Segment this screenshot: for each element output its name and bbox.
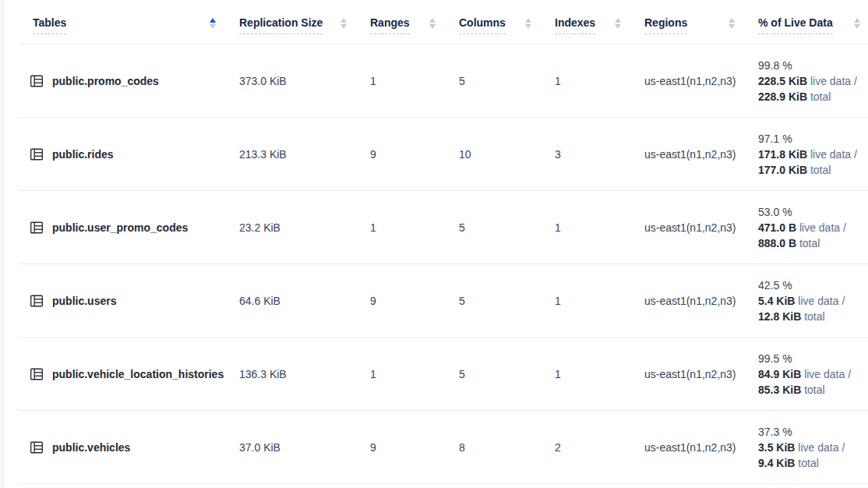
table-name-link[interactable]: public.vehicle_location_histories — [52, 368, 224, 380]
column-header-regions[interactable]: Regions — [644, 16, 758, 34]
live-data-cell: 37.3 % 3.5 KiB live data / 9.4 KiB total — [758, 413, 868, 482]
table-icon — [30, 74, 44, 88]
replication-size-cell: 23.2 KiB — [239, 221, 370, 234]
table-icon — [30, 147, 44, 161]
total-data-amount: 12.8 KiB total — [758, 309, 868, 324]
indexes-cell: 2 — [555, 441, 644, 454]
total-data-amount: 9.4 KiB total — [758, 455, 868, 471]
sort-icon — [854, 18, 860, 29]
columns-cell: 5 — [459, 295, 555, 307]
live-data-amount: 3.5 KiB live data / — [758, 440, 868, 455]
column-header-label: Ranges — [370, 16, 410, 34]
column-header-tables[interactable]: Tables — [19, 16, 239, 34]
indexes-cell: 3 — [555, 148, 644, 161]
column-header-ranges[interactable]: Ranges — [370, 16, 459, 34]
table-icon — [30, 294, 44, 308]
table-row: public.vehicles 37.0 KiB 9 8 2 us-east1(… — [19, 411, 868, 484]
ranges-cell: 9 — [370, 295, 459, 307]
ranges-cell: 9 — [370, 441, 459, 454]
regions-cell: us-east1(n1,n2,n3) — [644, 441, 758, 454]
ranges-cell: 1 — [370, 368, 459, 380]
table-row: public.vehicle_location_histories 136.3 … — [19, 338, 868, 411]
table-row: public.users 64.6 KiB 9 5 1 us-east1(n1,… — [19, 264, 868, 338]
columns-cell: 5 — [459, 75, 555, 87]
live-data-amount: 471.0 B live data / — [758, 220, 868, 235]
table-icon — [30, 367, 44, 381]
column-header-indexes[interactable]: Indexes — [555, 16, 644, 34]
sort-icon — [340, 18, 347, 29]
regions-cell: us-east1(n1,n2,n3) — [644, 148, 758, 161]
sort-icon — [525, 18, 531, 29]
regions-cell: us-east1(n1,n2,n3) — [644, 368, 758, 380]
table-row: public.promo_codes 373.0 KiB 1 5 1 us-ea… — [19, 44, 868, 118]
table-row: public.rides 213.3 KiB 9 10 3 us-east1(n… — [19, 118, 868, 191]
table-name-link[interactable]: public.vehicles — [52, 441, 130, 454]
regions-cell: us-east1(n1,n2,n3) — [644, 221, 758, 234]
live-data-percent: 99.8 % — [758, 58, 868, 73]
table-name-link[interactable]: public.user_promo_codes — [52, 221, 188, 234]
column-header-label: Regions — [644, 16, 687, 34]
sort-icon — [429, 18, 436, 29]
table-icon — [30, 221, 44, 235]
ranges-cell: 1 — [370, 75, 459, 87]
column-header-replication-size[interactable]: Replication Size — [239, 16, 370, 34]
table-row: public.user_promo_codes 23.2 KiB 1 5 1 u… — [19, 191, 868, 264]
live-data-percent: 99.5 % — [758, 351, 868, 366]
table-header-row: Tables Replication Size Ranges Columns I… — [19, 6, 868, 44]
column-header-label: Replication Size — [239, 16, 323, 34]
regions-cell: us-east1(n1,n2,n3) — [644, 295, 758, 307]
columns-cell: 5 — [459, 368, 555, 380]
replication-size-cell: 373.0 KiB — [239, 75, 370, 87]
replication-size-cell: 64.6 KiB — [239, 295, 370, 307]
live-data-percent: 97.1 % — [758, 131, 868, 147]
table-name-link[interactable]: public.rides — [52, 148, 114, 161]
columns-cell: 10 — [459, 148, 555, 161]
ranges-cell: 1 — [370, 221, 459, 234]
sort-icon — [210, 18, 216, 29]
column-header-columns[interactable]: Columns — [459, 16, 555, 34]
table-icon — [30, 440, 44, 454]
live-data-amount: 5.4 KiB live data / — [758, 293, 868, 309]
indexes-cell: 1 — [555, 295, 644, 307]
page-background-edge — [0, 0, 5, 488]
live-data-cell: 97.1 % 171.8 KiB live data / 177.0 KiB t… — [758, 120, 868, 189]
live-data-cell: 42.5 % 5.4 KiB live data / 12.8 KiB tota… — [758, 267, 868, 335]
replication-size-cell: 136.3 KiB — [239, 368, 370, 380]
column-header-label: % of Live Data — [758, 16, 833, 34]
indexes-cell: 1 — [555, 75, 644, 87]
indexes-cell: 1 — [555, 368, 644, 380]
column-header-label: Tables — [33, 16, 66, 34]
total-data-amount: 888.0 B total — [758, 235, 868, 251]
live-data-percent: 42.5 % — [758, 278, 868, 293]
total-data-amount: 177.0 KiB total — [758, 162, 868, 178]
table-name-link[interactable]: public.users — [52, 295, 116, 307]
live-data-amount: 228.5 KiB live data / — [758, 73, 868, 89]
total-data-amount: 228.9 KiB total — [758, 89, 868, 104]
indexes-cell: 1 — [555, 221, 644, 234]
live-data-cell: 99.8 % 228.5 KiB live data / 228.9 KiB t… — [758, 47, 868, 115]
columns-cell: 8 — [459, 441, 555, 454]
replication-size-cell: 213.3 KiB — [239, 148, 370, 161]
replication-size-cell: 37.0 KiB — [239, 441, 370, 454]
live-data-amount: 84.9 KiB live data / — [758, 366, 868, 382]
sort-icon — [615, 18, 621, 29]
regions-cell: us-east1(n1,n2,n3) — [644, 75, 758, 87]
column-header-label: Columns — [459, 16, 506, 34]
total-data-amount: 85.3 KiB total — [758, 382, 868, 398]
live-data-cell: 99.5 % 84.9 KiB live data / 85.3 KiB tot… — [758, 340, 868, 408]
table-name-link[interactable]: public.promo_codes — [52, 75, 159, 87]
live-data-percent: 37.3 % — [758, 424, 868, 440]
live-data-percent: 53.0 % — [758, 204, 868, 220]
column-header-live-data[interactable]: % of Live Data — [758, 16, 868, 34]
live-data-cell: 53.0 % 471.0 B live data / 888.0 B total — [758, 193, 868, 262]
columns-cell: 5 — [459, 221, 555, 234]
tables-list: Tables Replication Size Ranges Columns I… — [19, 0, 868, 484]
sort-icon — [729, 18, 735, 29]
live-data-amount: 171.8 KiB live data / — [758, 147, 868, 162]
ranges-cell: 9 — [370, 148, 459, 161]
column-header-label: Indexes — [555, 16, 595, 34]
